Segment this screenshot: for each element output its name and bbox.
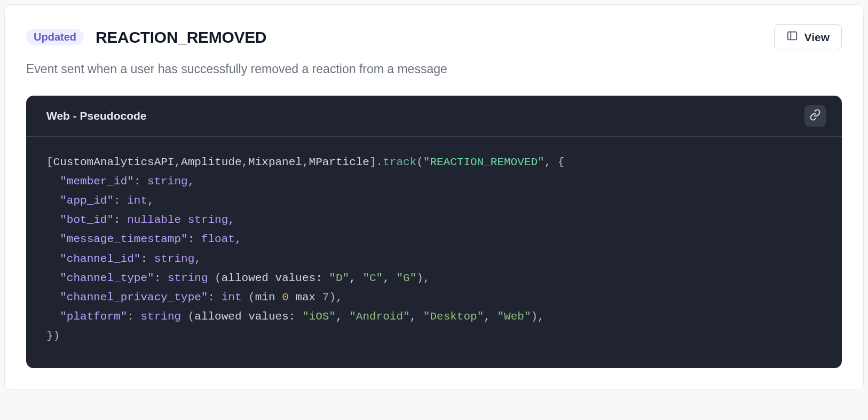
event-description: Event sent when a user has successfully …	[26, 62, 842, 76]
event-card: Updated REACTION_REMOVED View Event sent…	[4, 4, 864, 390]
code-panel: Web - Pseudocode [CustomAnalyticsAPI,Amp…	[26, 96, 842, 368]
code-header: Web - Pseudocode	[26, 96, 842, 137]
event-title: REACTION_REMOVED	[96, 28, 266, 46]
link-icon	[809, 109, 821, 123]
svg-rect-0	[787, 32, 796, 40]
view-button[interactable]: View	[774, 24, 842, 50]
header-row: Updated REACTION_REMOVED View	[26, 24, 842, 50]
code-body: [CustomAnalyticsAPI,Amplitude,Mixpanel,M…	[26, 137, 842, 368]
view-button-label: View	[804, 31, 830, 44]
code-header-title: Web - Pseudocode	[46, 110, 146, 122]
status-badge: Updated	[26, 29, 84, 45]
panel-icon	[786, 30, 798, 44]
header-left: Updated REACTION_REMOVED	[26, 28, 266, 46]
copy-link-button[interactable]	[804, 105, 826, 127]
